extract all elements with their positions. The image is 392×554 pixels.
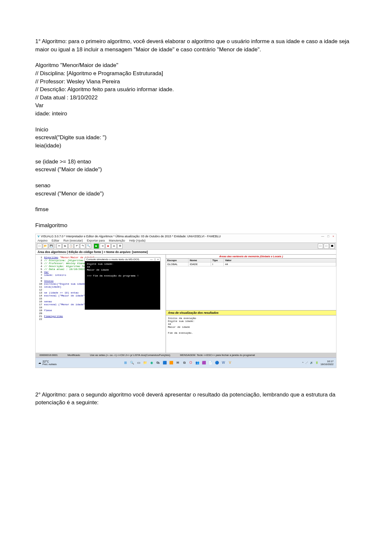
weather-text: Pred. nublado bbox=[42, 363, 57, 365]
temperature: 22°C bbox=[42, 360, 57, 363]
app-icon[interactable]: 🟦 bbox=[162, 361, 167, 365]
edge-icon[interactable]: ◉ bbox=[149, 361, 154, 365]
weather-icon[interactable]: ☁ bbox=[38, 361, 41, 364]
app-icon[interactable]: 🟧 bbox=[169, 361, 173, 365]
editor-line: 21Fimalgoritmo bbox=[37, 315, 164, 318]
tool-misc-icon[interactable]: ⚙ bbox=[117, 243, 122, 249]
battery-icon[interactable]: 🔋 bbox=[315, 361, 318, 364]
paragraph-1: 1° Algoritmo: para o primeiro algoritmo,… bbox=[35, 38, 357, 54]
tool-run-icon[interactable]: ▶ bbox=[94, 243, 99, 249]
code-line: Fimalgoritmo bbox=[35, 222, 357, 230]
code-editor[interactable]: 1Algoritmo "Menor/Maior de idade"2// Dis… bbox=[36, 255, 166, 353]
chrome-icon[interactable]: 🔵 bbox=[215, 361, 219, 365]
toolbar: □ 📂 💾 ✂ ⧉ 📋 ↶ ↷ 🔍 ▶ ⇥ ■ A ⚙ □ □ ⯀ bbox=[36, 243, 336, 250]
file-breadcrumb: Área dos algoritmos ( Edição do código f… bbox=[36, 250, 336, 255]
start-icon[interactable]: ⊞ bbox=[123, 361, 128, 365]
console-window: Console simulando o modo texto do MS-DOS… bbox=[85, 257, 160, 310]
volume-icon[interactable]: 🔊 bbox=[310, 361, 313, 364]
window-titlebar: V VISUALG 3.0.7.0 * Interpretador e Edit… bbox=[36, 234, 336, 239]
tool-right-icon[interactable]: □ bbox=[318, 243, 323, 249]
tool-copy-icon[interactable]: ⧉ bbox=[62, 243, 68, 249]
variables-panel: Áreas das variáveis de memória (Globais … bbox=[166, 255, 336, 310]
tool-undo-icon[interactable]: ↶ bbox=[74, 243, 79, 249]
maximize-icon[interactable]: □ bbox=[327, 235, 329, 238]
status-message: MENSAGEM: Tecle <<ESC>> para fechar a ja… bbox=[178, 353, 257, 357]
code-line: escreval ("Maior de idade") bbox=[35, 166, 357, 174]
wifi-icon[interactable]: ⋰ bbox=[305, 361, 308, 364]
tool-stop-icon[interactable]: ■ bbox=[106, 243, 111, 249]
app-icon: V bbox=[38, 235, 40, 238]
console-title: Console simulando o modo texto do MS-DOS… bbox=[86, 258, 140, 261]
clock-date: 18/10/2022 bbox=[320, 363, 334, 366]
dropbox-icon[interactable]: ⧉ bbox=[182, 361, 187, 365]
statusbar: 00000016:0001 Modificado Use as setas (<… bbox=[36, 353, 336, 358]
tool-redo-icon[interactable]: ↷ bbox=[80, 243, 85, 249]
tool-misc-icon[interactable]: A bbox=[111, 243, 117, 249]
code-line: leia(idade) bbox=[35, 142, 357, 150]
explorer-icon[interactable]: 📁 bbox=[143, 361, 147, 365]
menu-editar[interactable]: Editar bbox=[52, 239, 59, 242]
window-title: VISUALG 3.0.7.0 * Interpretador e Editor… bbox=[41, 235, 221, 238]
code-line: // Professor: Wesley Viana Pereira bbox=[35, 78, 357, 86]
code-line: Var bbox=[35, 102, 357, 110]
results-panel: Área de visualização dos resultados Iníc… bbox=[166, 310, 336, 353]
menu-run[interactable]: Run (executar) bbox=[63, 239, 83, 242]
tool-right-icon[interactable]: □ bbox=[324, 243, 329, 249]
tray-chevron-icon[interactable]: ^ bbox=[302, 361, 303, 364]
taskview-icon[interactable]: ▭ bbox=[136, 361, 141, 365]
status-hint: Use as setas (<- ou ->) <<Ctrl J>> p/ LI… bbox=[88, 353, 172, 357]
col-escopo: Escopo bbox=[166, 259, 188, 262]
teams-icon[interactable]: 👥 bbox=[195, 361, 200, 365]
code-line: // Data atual : 18/10/2022 bbox=[35, 94, 357, 102]
col-tipo: Tipo bbox=[211, 259, 224, 262]
code-line: fimse bbox=[35, 206, 357, 214]
minimize-icon[interactable]: — bbox=[150, 258, 153, 261]
app-icon[interactable]: 📄 bbox=[208, 361, 213, 365]
word-icon[interactable]: W bbox=[221, 361, 226, 365]
code-line: escreval ("Menor de idade") bbox=[35, 190, 357, 198]
results-panel-title: Área de visualização dos resultados bbox=[166, 310, 336, 315]
office-icon[interactable]: O bbox=[188, 361, 193, 365]
code-line: // Descrição: Algoritmo feito para usuár… bbox=[35, 86, 357, 94]
status-modified: Modificado bbox=[66, 353, 82, 357]
results-output: Início da execução Digite sua idade: 44 … bbox=[166, 315, 336, 353]
variable-row: GLOBAL IDADE I 44 bbox=[166, 262, 336, 266]
cursor-position: 00000016:0001 bbox=[38, 353, 60, 357]
col-valor: Valor bbox=[224, 259, 336, 262]
close-icon[interactable]: × bbox=[157, 258, 159, 261]
menu-help[interactable]: Help (Ajuda) bbox=[129, 239, 145, 242]
code-line: escreval("Digite sua idade: ") bbox=[35, 134, 357, 142]
clock-time: 10:17 bbox=[320, 360, 334, 363]
variables-panel-title: Áreas das variáveis de memória (Globais … bbox=[166, 255, 336, 259]
col-nome: Nome bbox=[188, 259, 211, 262]
tool-open-icon[interactable]: 📂 bbox=[43, 243, 48, 249]
close-icon[interactable]: × bbox=[333, 235, 334, 238]
tool-find-icon[interactable]: 🔍 bbox=[86, 243, 91, 249]
maximize-icon[interactable]: □ bbox=[154, 258, 156, 261]
store-icon[interactable]: 🛍 bbox=[156, 361, 160, 365]
paragraph-2: 2° Algoritmo: para o segundo algoritmo v… bbox=[35, 391, 357, 407]
algorithm-code: Algoritmo "Menor/Maior de idade" // Disc… bbox=[35, 61, 357, 229]
editor-line: 22 bbox=[37, 318, 164, 321]
app-icon[interactable]: 🟪 bbox=[202, 361, 206, 365]
windows-taskbar: ☁ 22°C Pred. nublado ⊞ 🔍 ▭ 📁 ◉ 🛍 🟦 🟧 ✉ ⧉… bbox=[36, 358, 336, 368]
menu-exportar[interactable]: Exportar para bbox=[87, 239, 105, 242]
tool-new-icon[interactable]: □ bbox=[37, 243, 42, 249]
tool-right-icon[interactable]: ⯀ bbox=[330, 243, 335, 249]
tool-cut-icon[interactable]: ✂ bbox=[57, 243, 62, 249]
code-line: Inicio bbox=[35, 126, 357, 134]
tool-paste-icon[interactable]: 📋 bbox=[68, 243, 74, 249]
menu-manutencao[interactable]: Manutenção bbox=[109, 239, 125, 242]
menu-arquivo[interactable]: Arquivo bbox=[38, 239, 48, 242]
code-line: senao bbox=[35, 182, 357, 190]
minimize-icon[interactable]: — bbox=[321, 235, 324, 238]
mail-icon[interactable]: ✉ bbox=[175, 361, 180, 365]
search-icon[interactable]: 🔍 bbox=[130, 361, 134, 365]
visualg-window: V VISUALG 3.0.7.0 * Interpretador e Edit… bbox=[35, 234, 336, 368]
tool-step-icon[interactable]: ⇥ bbox=[100, 243, 105, 249]
visualg-icon[interactable]: V bbox=[228, 361, 232, 365]
editor-line: 20 bbox=[37, 312, 164, 315]
tool-save-icon[interactable]: 💾 bbox=[49, 243, 54, 249]
console-output: Digite sua idade: 44 Maior de idade >>> … bbox=[85, 261, 160, 310]
code-line: idade: inteiro bbox=[35, 110, 357, 118]
